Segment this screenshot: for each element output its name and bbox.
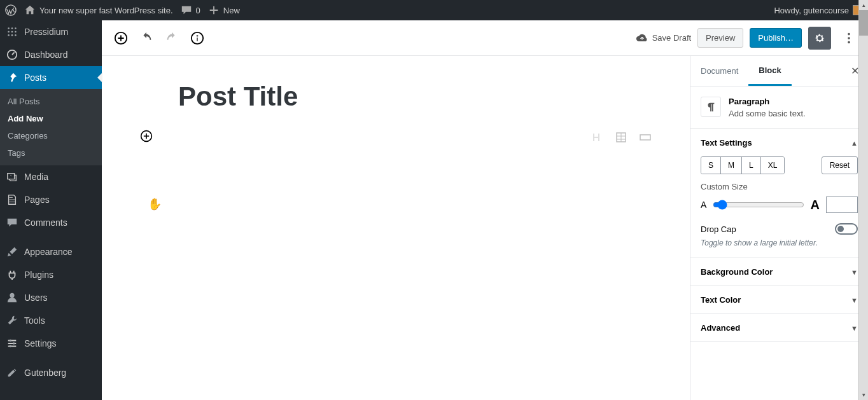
undo-icon	[139, 31, 153, 45]
browser-scrollbar[interactable]: ▴ ▾	[858, 0, 868, 400]
wrench-icon	[6, 315, 18, 326]
panel-text-color-header[interactable]: Text Color ▼	[690, 286, 868, 314]
comments-icon	[6, 217, 18, 228]
panel-text-color: Text Color ▼	[690, 286, 868, 314]
table-icon[interactable]	[615, 131, 627, 144]
editor-header: Save Draft Preview Publish…	[102, 20, 868, 56]
settings-panel: Document Block ✕ Paragraph Add some basi…	[690, 56, 868, 400]
plus-icon	[208, 4, 220, 16]
preview-button[interactable]: Preview	[697, 28, 743, 48]
tab-block[interactable]: Block	[748, 57, 791, 86]
home-icon	[24, 4, 36, 16]
info-icon	[190, 31, 204, 45]
panel-text-settings-header[interactable]: Text Settings ▲	[690, 129, 868, 156]
font-size-s[interactable]: S	[701, 157, 721, 174]
admin-bar: Your new super fast WordPress site. 0 Ne…	[0, 0, 868, 20]
site-name-link[interactable]: Your new super fast WordPress site.	[24, 4, 173, 16]
paragraph-icon	[701, 97, 721, 117]
panel-background-color-header[interactable]: Background Color ▼	[690, 258, 868, 286]
chevron-down-icon: ▼	[851, 324, 858, 332]
plus-circle-icon	[140, 130, 153, 142]
font-size-presets: S M L XL	[701, 156, 785, 174]
paragraph-block[interactable]	[178, 131, 652, 144]
custom-size-slider[interactable]	[713, 200, 804, 210]
media-icon	[6, 171, 18, 183]
undo-button[interactable]	[135, 27, 158, 50]
tab-document[interactable]: Document	[690, 57, 748, 85]
settings-icon	[6, 338, 18, 349]
slider-max-icon: A	[811, 198, 820, 212]
pressidium-icon	[6, 26, 18, 38]
sidebar-item-pressidium[interactable]: Pressidium	[0, 20, 102, 43]
content-info-button[interactable]	[186, 27, 209, 50]
sidebar-item-settings[interactable]: Settings	[0, 332, 102, 355]
chevron-down-icon: ▼	[851, 268, 858, 276]
inline-add-block-button[interactable]	[140, 130, 153, 145]
block-name: Paragraph	[729, 97, 806, 106]
custom-size-input[interactable]	[826, 197, 858, 213]
settings-panel-toggle[interactable]	[808, 27, 831, 50]
font-size-m[interactable]: M	[721, 157, 742, 174]
sidebar-item-plugins[interactable]: Plugins	[0, 263, 102, 286]
submenu-all-posts[interactable]: All Posts	[0, 93, 102, 110]
slider-min-icon: A	[701, 200, 706, 210]
cloud-icon	[636, 32, 648, 45]
edit-icon	[6, 367, 18, 378]
wp-logo[interactable]	[5, 4, 17, 16]
redo-icon	[165, 31, 179, 45]
font-size-xl[interactable]: XL	[761, 157, 785, 174]
submenu-categories[interactable]: Categories	[0, 127, 102, 144]
new-content-link[interactable]: New	[208, 4, 240, 16]
plus-circle-icon	[114, 31, 128, 45]
sidebar-item-comments[interactable]: Comments	[0, 211, 102, 234]
submenu-add-new[interactable]: Add New	[0, 110, 102, 127]
pages-icon	[6, 194, 18, 205]
dropcap-help: Toggle to show a large initial letter.	[701, 238, 858, 247]
publish-button[interactable]: Publish…	[750, 28, 802, 48]
submenu-tags[interactable]: Tags	[0, 144, 102, 162]
user-icon	[6, 292, 18, 303]
posts-submenu: All Posts Add New Categories Tags	[0, 89, 102, 165]
sidebar-item-dashboard[interactable]: Dashboard	[0, 43, 102, 66]
sidebar-item-posts[interactable]: Posts	[0, 66, 102, 89]
panel-text-settings: Text Settings ▲ S M L XL Reset	[690, 129, 868, 258]
more-icon	[842, 31, 856, 45]
dropcap-toggle[interactable]	[835, 223, 858, 235]
block-info: Paragraph Add some basic text.	[690, 86, 868, 129]
comments-link[interactable]: 0	[181, 4, 200, 16]
redo-button[interactable]	[160, 27, 183, 50]
block-quick-inserter	[591, 131, 652, 144]
admin-sidebar: Pressidium Dashboard Posts All Posts Add…	[0, 20, 102, 400]
brush-icon	[6, 246, 18, 258]
sidebar-item-tools[interactable]: Tools	[0, 309, 102, 332]
sidebar-item-gutenberg[interactable]: Gutenberg	[0, 361, 102, 384]
chevron-down-icon: ▼	[851, 296, 858, 304]
editor: Save Draft Preview Publish… Post Title	[102, 20, 868, 400]
pin-icon	[6, 72, 18, 83]
dashboard-icon	[6, 49, 18, 60]
add-block-button[interactable]	[109, 27, 132, 50]
sidebar-item-media[interactable]: Media	[0, 165, 102, 188]
more-options-button[interactable]	[837, 27, 860, 50]
sidebar-item-pages[interactable]: Pages	[0, 188, 102, 211]
editor-canvas[interactable]: Post Title	[102, 56, 690, 400]
heading-icon[interactable]	[591, 131, 603, 144]
plug-icon	[6, 269, 18, 280]
save-draft-button[interactable]: Save Draft	[636, 32, 691, 45]
comment-icon	[181, 4, 192, 16]
panel-advanced-header[interactable]: Advanced ▼	[690, 314, 868, 341]
post-title[interactable]: Post Title	[178, 81, 652, 112]
account-link[interactable]: Howdy, gutencourse	[774, 5, 863, 15]
sidebar-item-users[interactable]: Users	[0, 286, 102, 309]
gear-icon	[813, 32, 826, 45]
custom-size-label: Custom Size	[701, 182, 858, 191]
font-size-l[interactable]: L	[742, 157, 761, 174]
sidebar-item-appearance[interactable]: Appearance	[0, 240, 102, 263]
dropcap-label: Drop Cap	[701, 224, 736, 234]
panel-advanced: Advanced ▼	[690, 314, 868, 342]
cover-icon[interactable]	[639, 131, 652, 144]
block-description: Add some basic text.	[729, 109, 806, 118]
panel-background-color: Background Color ▼	[690, 258, 868, 286]
chevron-up-icon: ▲	[851, 139, 858, 147]
font-size-reset-button[interactable]: Reset	[822, 156, 858, 174]
